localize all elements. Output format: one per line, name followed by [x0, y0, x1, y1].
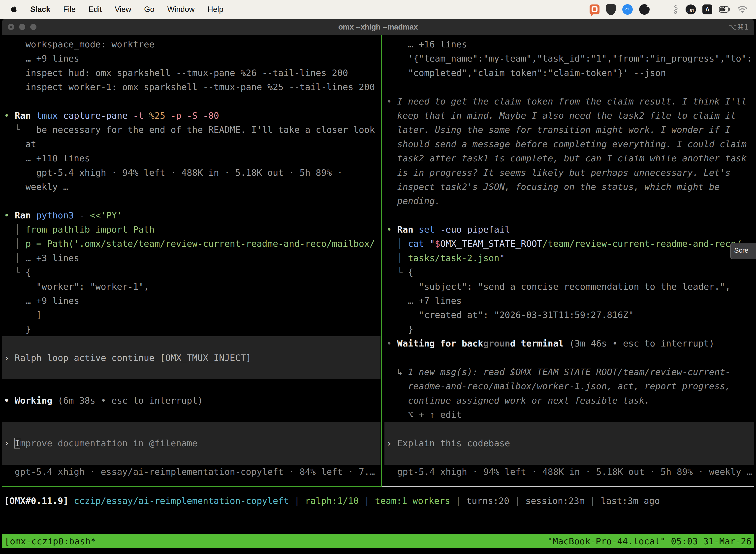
tmux-session-label: [omx-cczip0:bash* — [4, 536, 96, 546]
terminal-row: • Ran python3 - <<'PY' — [2, 208, 380, 222]
left-terminal-pane[interactable]: workspace_mode: worktree … +9 lines insp… — [2, 35, 380, 486]
input-source-label: A — [705, 6, 710, 13]
menu-item-window[interactable]: Window — [167, 5, 194, 14]
menu-bar: Slack FileEditViewGoWindowHelp ..61 A — [0, 0, 756, 19]
terminal-row — [2, 194, 380, 208]
terminal-row: • Ran tmux capture-pane -t %25 -p -S -80 — [2, 108, 380, 123]
messenger-bolt-icon[interactable] — [622, 4, 633, 15]
terminal-row: • Waiting for background terminal (3m 46… — [384, 336, 754, 350]
terminal-row: task2 after task1 is complete, but can I… — [384, 151, 754, 165]
terminal-row: gpt-5.4 xhigh · 94% left · 488K in · 5.1… — [2, 166, 380, 180]
terminal-row: … +16 lines — [384, 37, 754, 51]
badge-61-icon[interactable]: ..61 — [686, 4, 696, 14]
terminal-row: } — [384, 322, 754, 336]
window-title-bar[interactable]: omx --xhigh --madmax ⌥⌘1 — [2, 19, 754, 35]
window-shortcut-badge: ⌥⌘1 — [729, 19, 749, 35]
terminal-row: is in progress? It seems likely but perh… — [384, 166, 754, 180]
terminal-row: weekly … — [2, 180, 380, 194]
terminal-row: ] — [2, 308, 380, 322]
window-title: omx --xhigh --madmax — [2, 19, 754, 35]
wifi-icon[interactable] — [737, 5, 748, 13]
terminal-row: inspect_hud: omx sparkshell --tmux-pane … — [2, 66, 380, 80]
terminal-row: └ be necessary for the end of the README… — [2, 123, 380, 137]
terminal-row: "completed","claim_token":"claim-token"}… — [384, 66, 754, 80]
zoom-button[interactable] — [30, 24, 37, 30]
terminal-row: • I need to get the claim token from the… — [384, 94, 754, 108]
terminal-row — [2, 450, 380, 464]
terminal-row: workspace_mode: worktree — [2, 37, 380, 51]
terminal-row: } — [2, 322, 380, 336]
menu-item-edit[interactable]: Edit — [88, 5, 102, 14]
terminal-row: └ { — [2, 265, 380, 279]
terminal-row: '{"team_name":"my-team","task_id":"1","f… — [384, 51, 754, 65]
terminal-row — [384, 80, 754, 94]
right-pane-bottom-border — [382, 486, 754, 487]
terminal-row: gpt-5.4 xhigh · essay/ai-reimplementatio… — [2, 465, 380, 479]
terminal-row — [384, 422, 754, 436]
terminal-row: pending. — [384, 194, 754, 208]
terminal-row: │ tasks/task-2.json" — [384, 251, 754, 265]
menu-item-go[interactable]: Go — [144, 5, 154, 14]
menu-item-view[interactable]: View — [115, 5, 131, 14]
terminal-row — [384, 351, 754, 365]
minimize-button[interactable] — [19, 24, 25, 30]
squiggle-icon[interactable] — [672, 4, 679, 15]
terminal-row — [384, 450, 754, 464]
pane-divider[interactable] — [381, 35, 382, 486]
terminal-row: │ cat "$OMX_TEAM_STATE_ROOT/team/review-… — [384, 236, 754, 251]
terminal-row: continue assigned work or next feasible … — [384, 393, 754, 407]
terminal-window[interactable]: workspace_mode: worktree … +9 lines insp… — [2, 35, 754, 554]
terminal-row: gpt-5.4 xhigh · 94% left · 488K in · 5.1… — [384, 465, 754, 479]
terminal-row: ⌥ + ↑ edit — [384, 407, 754, 422]
terminal-row: ↳ 1 new msg(s): read $OMX_TEAM_STATE_ROO… — [384, 365, 754, 379]
terminal-row — [2, 94, 380, 108]
terminal-row: keep that in mind. Maybe I also need the… — [384, 108, 754, 123]
menu-item-help[interactable]: Help — [208, 5, 224, 14]
terminal-row: └ { — [384, 265, 754, 279]
terminal-row — [2, 407, 380, 422]
terminal-row: • Ran set -euo pipefail — [384, 222, 754, 236]
terminal-row — [2, 365, 380, 379]
terminal-row: │ … +3 lines — [2, 251, 380, 265]
terminal-row — [2, 336, 380, 350]
terminal-row: … +7 lines — [384, 294, 754, 308]
terminal-row: later. Using the same for transition mig… — [384, 123, 754, 137]
left-input-row[interactable]: › Improve documentation in @filename — [2, 436, 380, 450]
terminal-row: "worker": "worker-1", — [2, 279, 380, 294]
terminal-row — [2, 379, 380, 393]
terminal-row — [384, 208, 754, 222]
ralph-status-row: › Ralph loop active continue [OMX_TMUX_I… — [2, 351, 380, 365]
close-button[interactable] — [8, 24, 14, 30]
terminal-row: • Working (6m 38s • esc to interrupt) — [2, 393, 380, 407]
menu-item-file[interactable]: File — [63, 5, 76, 14]
terminal-row: │ from pathlib import Path — [2, 222, 380, 236]
menu-app-name[interactable]: Slack — [30, 5, 50, 14]
terminal-row: at — [2, 137, 380, 151]
left-pane-bottom-border — [2, 486, 382, 487]
right-input-row[interactable]: › Explain this codebase — [384, 436, 754, 450]
battery-icon[interactable] — [719, 5, 731, 13]
terminal-row: "created_at": "2026-03-31T11:59:27.816Z" — [384, 308, 754, 322]
terminal-row: readme-and-reco/mailbox/worker-1.json, a… — [384, 379, 754, 393]
terminal-row: inspect task2's JSON, focusing on the st… — [384, 180, 754, 194]
input-source-icon[interactable]: A — [702, 4, 712, 14]
terminal-row: … +9 lines — [2, 51, 380, 65]
right-terminal-pane[interactable]: … +16 lines '{"team_name":"my-team","tas… — [384, 35, 754, 486]
chat-bubble-icon[interactable] — [589, 4, 600, 14]
apple-menu-icon[interactable] — [11, 6, 17, 13]
terminal-row: "subject": "send a concise recommendatio… — [384, 279, 754, 294]
terminal-row: should send a message before completing … — [384, 137, 754, 151]
crescent-circle-icon[interactable] — [639, 4, 649, 15]
tmux-status-bar: [omx-cczip0:bash* "MacBook-Pro-44.local"… — [2, 534, 754, 548]
terminal-row: │ p = Path('.omx/state/team/review-curre… — [2, 236, 380, 251]
terminal-row: … +9 lines — [2, 294, 380, 308]
keypad-shield-icon[interactable] — [606, 4, 616, 15]
omx-hud-status-row: [OMX#0.11.9] cczip/essay/ai-reimplementa… — [2, 494, 754, 508]
badge-61-label: ..61 — [687, 8, 694, 13]
tmux-host-clock-label: "MacBook-Pro-44.local" 05:03 31-Mar-26 — [547, 536, 752, 546]
terminal-row: inspect_worker-1: omx sparkshell --tmux-… — [2, 80, 380, 94]
terminal-row: … +110 lines — [2, 151, 380, 165]
dots-grid-icon[interactable] — [656, 5, 665, 14]
terminal-row — [2, 422, 380, 436]
screen-edge-tooltip: Scre — [730, 243, 756, 259]
